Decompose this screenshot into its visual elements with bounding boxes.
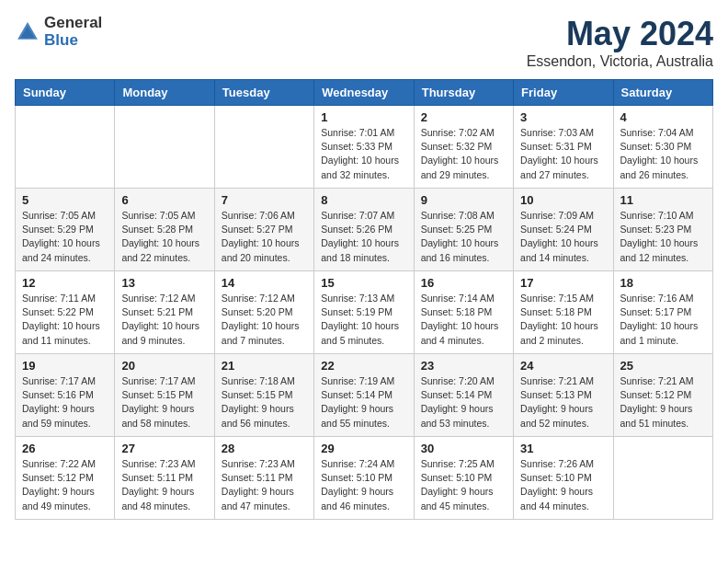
calendar-cell bbox=[613, 437, 712, 520]
calendar-cell: 18Sunrise: 7:16 AM Sunset: 5:17 PM Dayli… bbox=[613, 271, 712, 354]
day-info: Sunrise: 7:12 AM Sunset: 5:21 PM Dayligh… bbox=[121, 292, 207, 348]
day-number: 17 bbox=[520, 276, 606, 290]
day-number: 18 bbox=[620, 276, 706, 290]
day-info: Sunrise: 7:23 AM Sunset: 5:11 PM Dayligh… bbox=[121, 457, 207, 513]
day-info: Sunrise: 7:23 AM Sunset: 5:11 PM Dayligh… bbox=[222, 457, 307, 513]
day-info: Sunrise: 7:20 AM Sunset: 5:14 PM Dayligh… bbox=[421, 374, 506, 431]
day-number: 15 bbox=[321, 276, 406, 290]
day-number: 28 bbox=[222, 442, 307, 455]
day-info: Sunrise: 7:21 AM Sunset: 5:13 PM Dayligh… bbox=[520, 374, 606, 431]
calendar-cell: 21Sunrise: 7:18 AM Sunset: 5:15 PM Dayli… bbox=[214, 354, 313, 437]
calendar-cell: 20Sunrise: 7:17 AM Sunset: 5:15 PM Dayli… bbox=[115, 354, 214, 437]
calendar-cell: 26Sunrise: 7:22 AM Sunset: 5:12 PM Dayli… bbox=[16, 437, 115, 520]
calendar-week-row: 1Sunrise: 7:01 AM Sunset: 5:33 PM Daylig… bbox=[16, 106, 713, 189]
day-number: 13 bbox=[121, 276, 207, 290]
day-number: 22 bbox=[321, 359, 406, 373]
day-info: Sunrise: 7:12 AM Sunset: 5:20 PM Dayligh… bbox=[222, 292, 307, 348]
day-number: 20 bbox=[121, 359, 207, 373]
day-info: Sunrise: 7:06 AM Sunset: 5:27 PM Dayligh… bbox=[222, 209, 307, 265]
page-header: General Blue May 2024 Essendon, Victoria… bbox=[15, 15, 713, 70]
calendar-cell: 17Sunrise: 7:15 AM Sunset: 5:18 PM Dayli… bbox=[514, 271, 613, 354]
calendar-cell: 27Sunrise: 7:23 AM Sunset: 5:11 PM Dayli… bbox=[115, 437, 214, 520]
calendar-cell: 11Sunrise: 7:10 AM Sunset: 5:23 PM Dayli… bbox=[613, 189, 712, 271]
day-info: Sunrise: 7:26 AM Sunset: 5:10 PM Dayligh… bbox=[520, 457, 606, 513]
calendar-week-row: 12Sunrise: 7:11 AM Sunset: 5:22 PM Dayli… bbox=[16, 271, 713, 354]
calendar-week-row: 26Sunrise: 7:22 AM Sunset: 5:12 PM Dayli… bbox=[16, 437, 713, 520]
day-number: 30 bbox=[421, 442, 506, 455]
day-number: 1 bbox=[321, 110, 406, 124]
day-number: 11 bbox=[620, 193, 706, 207]
day-info: Sunrise: 7:13 AM Sunset: 5:19 PM Dayligh… bbox=[321, 292, 406, 348]
day-number: 12 bbox=[22, 276, 108, 290]
logo-general: General bbox=[44, 15, 102, 32]
day-info: Sunrise: 7:09 AM Sunset: 5:24 PM Dayligh… bbox=[520, 209, 606, 265]
calendar-cell: 25Sunrise: 7:21 AM Sunset: 5:12 PM Dayli… bbox=[613, 354, 712, 437]
day-info: Sunrise: 7:07 AM Sunset: 5:26 PM Dayligh… bbox=[321, 209, 406, 265]
weekday-header-sunday: Sunday bbox=[16, 80, 115, 106]
weekday-header-wednesday: Wednesday bbox=[314, 80, 414, 106]
calendar-cell: 30Sunrise: 7:25 AM Sunset: 5:10 PM Dayli… bbox=[414, 437, 513, 520]
calendar-cell: 3Sunrise: 7:03 AM Sunset: 5:31 PM Daylig… bbox=[514, 106, 613, 189]
calendar-cell: 5Sunrise: 7:05 AM Sunset: 5:29 PM Daylig… bbox=[16, 189, 115, 271]
day-info: Sunrise: 7:11 AM Sunset: 5:22 PM Dayligh… bbox=[22, 292, 108, 348]
day-info: Sunrise: 7:08 AM Sunset: 5:25 PM Dayligh… bbox=[421, 209, 506, 265]
day-info: Sunrise: 7:15 AM Sunset: 5:18 PM Dayligh… bbox=[520, 292, 606, 348]
calendar-header-row: SundayMondayTuesdayWednesdayThursdayFrid… bbox=[16, 80, 713, 106]
day-number: 23 bbox=[421, 359, 506, 373]
calendar-cell: 10Sunrise: 7:09 AM Sunset: 5:24 PM Dayli… bbox=[514, 189, 613, 271]
day-info: Sunrise: 7:17 AM Sunset: 5:15 PM Dayligh… bbox=[121, 374, 207, 431]
calendar-cell: 14Sunrise: 7:12 AM Sunset: 5:20 PM Dayli… bbox=[214, 271, 313, 354]
day-number: 27 bbox=[121, 442, 207, 455]
calendar-cell bbox=[214, 106, 313, 189]
logo-icon bbox=[15, 19, 40, 45]
day-number: 6 bbox=[121, 193, 207, 207]
calendar-cell bbox=[115, 106, 214, 189]
day-info: Sunrise: 7:10 AM Sunset: 5:23 PM Dayligh… bbox=[620, 209, 706, 265]
calendar-cell: 31Sunrise: 7:26 AM Sunset: 5:10 PM Dayli… bbox=[514, 437, 613, 520]
calendar-cell: 16Sunrise: 7:14 AM Sunset: 5:18 PM Dayli… bbox=[414, 271, 513, 354]
day-info: Sunrise: 7:22 AM Sunset: 5:12 PM Dayligh… bbox=[22, 457, 108, 513]
calendar-cell bbox=[16, 106, 115, 189]
logo-text: General Blue bbox=[44, 15, 102, 49]
logo: General Blue bbox=[15, 15, 102, 49]
day-number: 9 bbox=[421, 193, 506, 207]
calendar-cell: 29Sunrise: 7:24 AM Sunset: 5:10 PM Dayli… bbox=[314, 437, 414, 520]
weekday-header-monday: Monday bbox=[115, 80, 214, 106]
day-number: 26 bbox=[22, 442, 108, 455]
calendar-table: SundayMondayTuesdayWednesdayThursdayFrid… bbox=[15, 79, 713, 520]
day-number: 31 bbox=[520, 442, 606, 455]
day-number: 25 bbox=[620, 359, 706, 373]
weekday-header-saturday: Saturday bbox=[613, 80, 712, 106]
day-info: Sunrise: 7:18 AM Sunset: 5:15 PM Dayligh… bbox=[222, 374, 307, 431]
day-number: 10 bbox=[520, 193, 606, 207]
calendar-cell: 13Sunrise: 7:12 AM Sunset: 5:21 PM Dayli… bbox=[115, 271, 214, 354]
day-number: 14 bbox=[222, 276, 307, 290]
calendar-cell: 12Sunrise: 7:11 AM Sunset: 5:22 PM Dayli… bbox=[16, 271, 115, 354]
day-number: 8 bbox=[321, 193, 406, 207]
day-number: 29 bbox=[321, 442, 406, 455]
calendar-cell: 7Sunrise: 7:06 AM Sunset: 5:27 PM Daylig… bbox=[214, 189, 313, 271]
calendar-cell: 8Sunrise: 7:07 AM Sunset: 5:26 PM Daylig… bbox=[314, 189, 414, 271]
day-info: Sunrise: 7:01 AM Sunset: 5:33 PM Dayligh… bbox=[321, 126, 406, 182]
location-title: Essendon, Victoria, Australia bbox=[527, 53, 713, 70]
month-title: May 2024 bbox=[527, 15, 713, 53]
calendar-cell: 2Sunrise: 7:02 AM Sunset: 5:32 PM Daylig… bbox=[414, 106, 513, 189]
calendar-cell: 22Sunrise: 7:19 AM Sunset: 5:14 PM Dayli… bbox=[314, 354, 414, 437]
day-number: 24 bbox=[520, 359, 606, 373]
logo-blue: Blue bbox=[44, 32, 102, 50]
day-info: Sunrise: 7:14 AM Sunset: 5:18 PM Dayligh… bbox=[421, 292, 506, 348]
day-info: Sunrise: 7:25 AM Sunset: 5:10 PM Dayligh… bbox=[421, 457, 506, 513]
calendar-cell: 9Sunrise: 7:08 AM Sunset: 5:25 PM Daylig… bbox=[414, 189, 513, 271]
day-info: Sunrise: 7:03 AM Sunset: 5:31 PM Dayligh… bbox=[520, 126, 606, 182]
calendar-cell: 23Sunrise: 7:20 AM Sunset: 5:14 PM Dayli… bbox=[414, 354, 513, 437]
calendar-week-row: 5Sunrise: 7:05 AM Sunset: 5:29 PM Daylig… bbox=[16, 189, 713, 271]
day-info: Sunrise: 7:02 AM Sunset: 5:32 PM Dayligh… bbox=[421, 126, 506, 182]
calendar-cell: 19Sunrise: 7:17 AM Sunset: 5:16 PM Dayli… bbox=[16, 354, 115, 437]
day-info: Sunrise: 7:24 AM Sunset: 5:10 PM Dayligh… bbox=[321, 457, 406, 513]
calendar-cell: 28Sunrise: 7:23 AM Sunset: 5:11 PM Dayli… bbox=[214, 437, 313, 520]
day-info: Sunrise: 7:04 AM Sunset: 5:30 PM Dayligh… bbox=[620, 126, 706, 182]
day-info: Sunrise: 7:17 AM Sunset: 5:16 PM Dayligh… bbox=[22, 374, 108, 431]
day-info: Sunrise: 7:16 AM Sunset: 5:17 PM Dayligh… bbox=[620, 292, 706, 348]
day-number: 19 bbox=[22, 359, 108, 373]
day-number: 5 bbox=[22, 193, 108, 207]
